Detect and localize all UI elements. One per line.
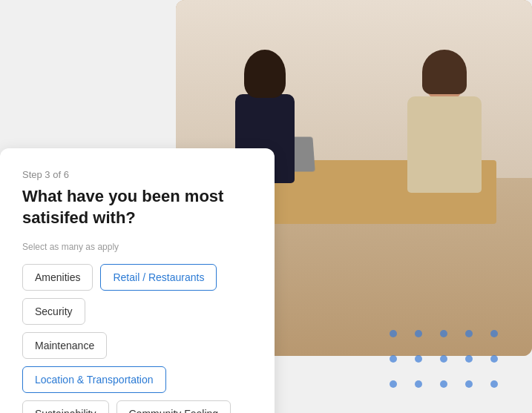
dot-9 <box>465 355 473 363</box>
dot-3 <box>440 330 447 337</box>
dot-13 <box>440 380 447 388</box>
option-sustainability[interactable]: Sustainability <box>22 400 109 413</box>
option-community-feeling[interactable]: Community Feeling <box>116 400 231 413</box>
survey-card: Step 3 of 6 What have you been most sati… <box>0 148 275 413</box>
dot-2 <box>415 330 422 337</box>
person-right-body <box>407 96 482 193</box>
dot-4 <box>465 330 473 337</box>
dot-12 <box>415 380 422 388</box>
dot-1 <box>390 330 397 337</box>
option-amenities[interactable]: Amenities <box>22 264 93 291</box>
person-right <box>364 53 525 338</box>
options-row-1: Amenities Retail / Restaurants Security <box>22 264 252 325</box>
dot-6 <box>390 355 397 363</box>
dot-8 <box>440 355 447 363</box>
step-indicator: Step 3 of 6 <box>22 169 252 180</box>
question-title: What have you been most satisifed with? <box>22 186 252 228</box>
dot-14 <box>465 380 473 388</box>
select-hint: Select as many as apply <box>22 242 252 252</box>
option-retail-restaurants[interactable]: Retail / Restaurants <box>100 264 217 291</box>
person-left-hair <box>244 50 286 98</box>
option-security[interactable]: Security <box>22 298 85 325</box>
dot-10 <box>490 355 498 363</box>
dots-pattern <box>369 309 517 398</box>
dot-11 <box>390 380 397 388</box>
dot-15 <box>490 380 498 388</box>
dot-7 <box>415 355 422 363</box>
options-row-3: Sustainability Community Feeling <box>22 400 252 413</box>
option-maintenance[interactable]: Maintenance <box>22 332 107 359</box>
person-right-hair <box>422 50 467 94</box>
option-location-transportation[interactable]: Location & Transportation <box>22 366 166 393</box>
page-container: Step 3 of 6 What have you been most sati… <box>0 0 532 413</box>
options-row-2: Maintenance Location & Transportation <box>22 332 252 393</box>
dot-5 <box>490 330 498 337</box>
